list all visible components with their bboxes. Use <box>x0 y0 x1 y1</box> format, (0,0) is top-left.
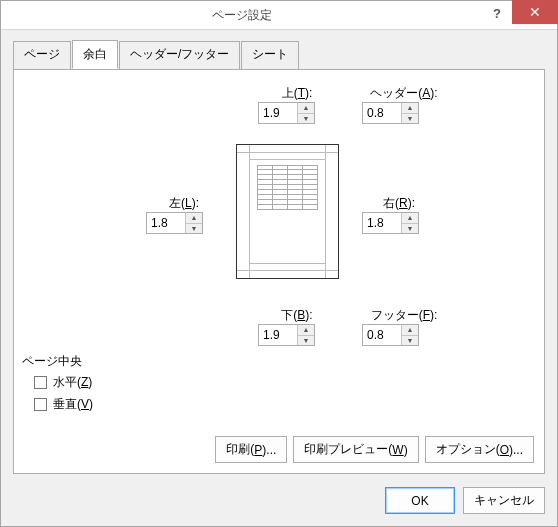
spinner-arrows: ▲ ▼ <box>297 103 314 123</box>
spinner-arrows: ▲ ▼ <box>401 325 418 345</box>
ok-button[interactable]: OK <box>385 487 455 514</box>
left-margin-input[interactable] <box>147 213 185 233</box>
window-title: ページ設定 <box>1 7 482 24</box>
center-horizontal-label: 水平(Z) <box>53 374 92 391</box>
top-margin-input[interactable] <box>259 103 297 123</box>
left-margin-label: 左(L): <box>144 195 224 212</box>
spinner-arrows: ▲ ▼ <box>185 213 202 233</box>
titlebar: ページ設定 ? ✕ <box>1 1 557 30</box>
right-margin-spinner[interactable]: ▲ ▼ <box>362 212 419 234</box>
bottom-margin-input[interactable] <box>259 325 297 345</box>
right-margin-input[interactable] <box>363 213 401 233</box>
dialog-footer: OK キャンセル <box>385 487 545 514</box>
spin-up-icon[interactable]: ▲ <box>186 213 202 224</box>
spin-down-icon[interactable]: ▼ <box>186 224 202 234</box>
header-margin-label: ヘッダー(A): <box>359 85 449 102</box>
spinner-arrows: ▲ ▼ <box>401 213 418 233</box>
footer-margin-label: フッター(F): <box>359 307 449 324</box>
header-margin-spinner[interactable]: ▲ ▼ <box>362 102 419 124</box>
spin-down-icon[interactable]: ▼ <box>402 224 418 234</box>
center-horizontal-row[interactable]: 水平(Z) <box>34 371 534 393</box>
panel-actions: 印刷(P)... 印刷プレビュー(W) オプション(O)... <box>215 436 534 463</box>
center-vertical-row[interactable]: 垂直(V) <box>34 393 534 415</box>
center-horizontal-checkbox[interactable] <box>34 376 47 389</box>
center-vertical-checkbox[interactable] <box>34 398 47 411</box>
page-center-legend: ページ中央 <box>20 353 84 370</box>
window-controls: ? ✕ <box>482 1 557 29</box>
footer-margin-spinner[interactable]: ▲ ▼ <box>362 324 419 346</box>
tab-strip: ページ 余白 ヘッダー/フッター シート <box>13 40 545 69</box>
spin-up-icon[interactable]: ▲ <box>298 103 314 114</box>
spin-down-icon[interactable]: ▼ <box>298 336 314 346</box>
spin-down-icon[interactable]: ▼ <box>402 336 418 346</box>
top-margin-spinner[interactable]: ▲ ▼ <box>258 102 315 124</box>
dialog-body: ページ 余白 ヘッダー/フッター シート 上(T): ヘッダー(A): 左(L)… <box>1 30 557 486</box>
right-margin-label: 右(R): <box>359 195 439 212</box>
left-margin-spinner[interactable]: ▲ ▼ <box>146 212 203 234</box>
page-preview <box>236 144 339 279</box>
spin-up-icon[interactable]: ▲ <box>402 213 418 224</box>
tab-sheet[interactable]: シート <box>241 41 299 70</box>
page-center-group: ページ中央 水平(Z) 垂直(V) <box>20 355 534 415</box>
spin-up-icon[interactable]: ▲ <box>402 325 418 336</box>
help-button[interactable]: ? <box>482 1 512 25</box>
cancel-button[interactable]: キャンセル <box>463 487 545 514</box>
options-button[interactable]: オプション(O)... <box>425 436 534 463</box>
header-margin-input[interactable] <box>363 103 401 123</box>
center-vertical-label: 垂直(V) <box>53 396 93 413</box>
bottom-margin-label: 下(B): <box>257 307 337 324</box>
close-button[interactable]: ✕ <box>512 0 558 24</box>
spinner-arrows: ▲ ▼ <box>297 325 314 345</box>
bottom-margin-spinner[interactable]: ▲ ▼ <box>258 324 315 346</box>
tab-page[interactable]: ページ <box>13 41 71 70</box>
tab-header-footer[interactable]: ヘッダー/フッター <box>119 41 240 70</box>
page-preview-grid <box>257 165 318 220</box>
page-setup-dialog: ページ設定 ? ✕ ページ 余白 ヘッダー/フッター シート 上(T): ヘッダ… <box>0 0 558 527</box>
print-preview-button[interactable]: 印刷プレビュー(W) <box>293 436 418 463</box>
print-button[interactable]: 印刷(P)... <box>215 436 287 463</box>
spin-down-icon[interactable]: ▼ <box>402 114 418 124</box>
margins-panel: 上(T): ヘッダー(A): 左(L): 右(R): 下(B): フッター(F)… <box>13 69 545 474</box>
footer-margin-input[interactable] <box>363 325 401 345</box>
spin-up-icon[interactable]: ▲ <box>298 325 314 336</box>
tab-margins[interactable]: 余白 <box>72 40 118 69</box>
spin-up-icon[interactable]: ▲ <box>402 103 418 114</box>
spin-down-icon[interactable]: ▼ <box>298 114 314 124</box>
top-margin-label: 上(T): <box>257 85 337 102</box>
spinner-arrows: ▲ ▼ <box>401 103 418 123</box>
